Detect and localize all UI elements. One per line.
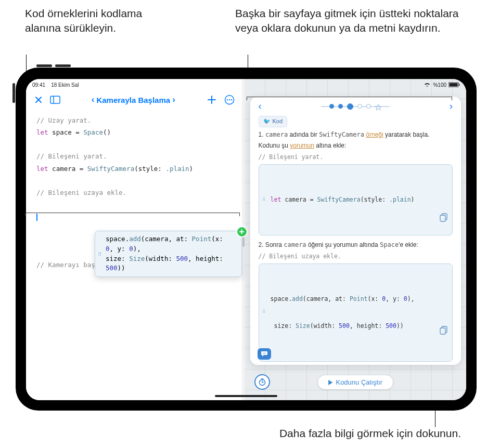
svg-point-6 xyxy=(226,99,227,100)
drag-handle-icon: ⠿ xyxy=(262,196,265,204)
svg-rect-2 xyxy=(459,84,460,86)
callout-paginate: Başka bir sayfaya gitmek için üstteki no… xyxy=(235,6,464,36)
code-editor-pane: ‹ Kamerayla Başlama › // Uzay yarat. let… xyxy=(26,79,242,400)
svg-rect-1 xyxy=(450,83,458,87)
text-cursor xyxy=(36,214,37,221)
link-comment[interactable]: yorumun xyxy=(290,142,314,149)
drag-handle-icon: ⠿ xyxy=(98,250,101,258)
page-end-star-icon[interactable] xyxy=(375,103,381,110)
code-line: // Bileşeni yarat. xyxy=(36,150,232,162)
page-dot-current[interactable] xyxy=(347,103,353,110)
code-sample-1[interactable]: ⠿ let camera = SwiftyCamera(style: .plai… xyxy=(259,164,453,235)
code-line: // Bileşeni uzaya ekle. xyxy=(36,187,232,199)
add-button[interactable] xyxy=(206,94,218,106)
toolbar-right xyxy=(206,94,236,106)
insert-plus-icon: + xyxy=(236,226,248,238)
link-instance[interactable]: örneği xyxy=(366,131,383,138)
step-2-text: 2. Sonra camera öğeni şu yorumun altında… xyxy=(259,241,453,249)
step-1-sub: Kodunu şu yorumun altına ekle: xyxy=(259,141,453,150)
snippet-line: size: Size(width: 500, height: 500)) xyxy=(106,254,226,274)
battery-icon xyxy=(448,82,460,87)
svg-point-15 xyxy=(265,353,266,354)
device-button xyxy=(36,64,52,67)
page-dot[interactable] xyxy=(338,104,343,109)
status-battery: %100 xyxy=(433,82,446,88)
ipad-frame: 09:41 18 Ekim Sal %100 xyxy=(16,68,477,411)
page-dots[interactable] xyxy=(265,103,446,110)
svg-point-14 xyxy=(264,353,265,354)
page-nav: ‹ › xyxy=(250,97,461,114)
timer-button[interactable] xyxy=(254,374,270,390)
sidebar-toggle-icon[interactable] xyxy=(49,94,61,106)
status-left: 09:41 18 Ekim Sal xyxy=(32,82,79,88)
svg-point-8 xyxy=(230,99,232,100)
step-1-text: 1. camera adında bir SwiftyCamera örneği… xyxy=(259,130,453,139)
lesson-nav[interactable]: ‹ Kamerayla Başlama › xyxy=(66,95,201,105)
drag-handle-icon: ⠿ xyxy=(262,309,265,317)
snippet-line: space.add(camera, at: Point(x: 0, y: 0), xyxy=(106,234,226,254)
home-indicator[interactable] xyxy=(215,395,277,397)
run-code-button[interactable]: Kodunu Çalıştır xyxy=(317,375,393,390)
instruction-pane: ‹ › 🐦 xyxy=(245,79,466,400)
lesson-title: Kamerayla Başlama xyxy=(96,96,170,104)
page-dot[interactable] xyxy=(366,104,371,109)
svg-point-7 xyxy=(228,99,229,100)
code-area[interactable]: // Uzay yarat. let space = Space() // Bi… xyxy=(26,109,242,400)
svg-point-13 xyxy=(263,353,264,354)
bird-icon: 🐦 xyxy=(263,117,271,126)
code-line: // Uzay yarat. xyxy=(36,114,232,126)
card-body[interactable]: 🐦 Kod 1. camera adında bir SwiftyCamera … xyxy=(250,114,461,365)
status-bar: 09:41 18 Ekim Sal %100 xyxy=(26,79,466,90)
page-dot[interactable] xyxy=(329,104,334,109)
copy-button[interactable] xyxy=(440,195,449,205)
chat-button[interactable] xyxy=(258,348,271,360)
callout-expand: Daha fazla bilgi görmek için dokunun. xyxy=(279,426,461,441)
chevron-right-icon: › xyxy=(172,95,175,105)
run-label: Kodunu Çalıştır xyxy=(336,378,382,386)
instruction-card: ‹ › 🐦 xyxy=(250,97,461,365)
status-time: 09:41 xyxy=(32,82,45,88)
svg-rect-12 xyxy=(440,328,445,334)
page-next-button[interactable]: › xyxy=(446,101,456,112)
step-2-comment: // Bileşeni uzaya ekle. xyxy=(259,252,453,261)
callout-drag: Kod örneklerini kodlama alanına sürükley… xyxy=(25,6,155,36)
close-button[interactable] xyxy=(32,94,45,106)
play-icon xyxy=(328,380,332,385)
device-button xyxy=(55,64,71,67)
screen: 09:41 18 Ekim Sal %100 xyxy=(26,79,466,400)
copy-button[interactable] xyxy=(440,308,449,317)
dragged-code-snippet[interactable]: ⠿ space.add(camera, at: Point(x: 0, y: 0… xyxy=(95,231,242,277)
code-sample-2[interactable]: ⠿ space.add(camera, at: Point(x: 0, y: 0… xyxy=(259,263,453,362)
kod-tag: 🐦 Kod xyxy=(259,116,288,127)
step-1-comment: // Bileşeni yarat. xyxy=(259,153,453,162)
page-dot[interactable] xyxy=(357,104,362,109)
device-button xyxy=(12,83,15,103)
status-date: 18 Ekim Sal xyxy=(51,82,79,88)
editor-toolbar: ‹ Kamerayla Başlama › xyxy=(26,91,242,109)
status-right: %100 xyxy=(424,82,460,88)
svg-rect-10 xyxy=(440,215,445,221)
chevron-left-icon: ‹ xyxy=(92,95,95,105)
svg-rect-3 xyxy=(50,96,60,103)
page-prev-button[interactable]: ‹ xyxy=(255,101,265,112)
wifi-icon xyxy=(424,82,431,87)
more-button[interactable] xyxy=(223,94,236,106)
code-line: let space = Space() xyxy=(36,126,232,138)
code-line: let camera = SwiftyCamera(style: .plain) xyxy=(36,163,232,175)
